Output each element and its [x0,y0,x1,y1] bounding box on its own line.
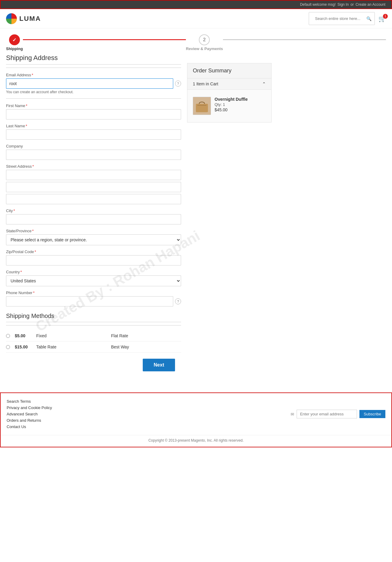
step-line-1 [23,39,186,40]
main-container: Shipping Address Email Address* ? You ca… [0,54,278,380]
phone-help-icon[interactable]: ? [175,298,181,304]
street-input-2[interactable] [6,182,181,192]
search-button[interactable]: 🔍 [366,16,371,21]
cart-button[interactable]: 🛒 1 [378,15,386,22]
order-summary-header: Order Summary [187,63,271,78]
state-group: State/Province* Please select a region, … [6,229,181,245]
footer-copyright: Copyright © 2013-present Magento, Inc. A… [1,435,391,447]
shipping-price-flat: $5.00 [15,333,31,338]
country-group: Country* United States [6,270,181,286]
phone-input[interactable] [6,296,173,306]
country-select[interactable]: United States [6,275,181,286]
footer-link-advanced-search[interactable]: Advanced Search [7,412,52,416]
shipping-address-title: Shipping Address [6,54,181,65]
top-bar: Default welcome msg! Sign In or Create a… [0,0,392,9]
email-input[interactable] [6,78,173,89]
email-help-icon[interactable]: ? [175,81,181,87]
checkout-steps: ✓ Shipping 2 Review & Payments [0,28,392,54]
shipping-carrier-flat: Flat Rate [111,333,181,338]
cart-count-text: 1 Item in Cart [193,81,218,86]
city-label: City* [6,208,181,213]
site-header: LUMA 🔍 🛒 1 [0,9,392,28]
shipping-price-table: $15.00 [15,345,31,349]
shipping-method-radio-flat[interactable] [6,334,10,338]
shipping-methods-title: Shipping Methods [6,313,181,322]
cart-item-image [193,97,211,115]
footer-link-privacy[interactable]: Privacy and Cookie Policy [7,405,52,410]
step-review-label: Review & Payments [186,46,223,51]
shipping-methods-divider [6,325,181,325]
step-shipping-circle: ✓ [9,34,20,45]
cart-item-row: Overnight Duffle Qty: 1 $45.00 [193,94,266,118]
street-input-3[interactable] [6,194,181,204]
footer-link-orders-returns[interactable]: Orders and Returns [7,418,52,423]
footer: Search Terms Privacy and Cookie Policy A… [0,392,392,447]
create-account-link[interactable]: Create an Account [355,2,385,7]
divider-after-email [6,98,181,99]
header-right: 🔍 🛒 1 [309,12,386,25]
order-summary: Order Summary 1 Item in Cart ⌃ [187,63,272,122]
next-button-container: Next [6,359,181,371]
cart-item-price: $45.00 [215,107,266,112]
cart-badge: 1 [383,14,388,19]
order-summary-title: Order Summary [193,68,231,74]
phone-label: Phone Number* [6,291,181,295]
footer-link-search-terms[interactable]: Search Terms [7,399,52,404]
cart-count-row[interactable]: 1 Item in Cart ⌃ [187,78,271,89]
first-name-group: First Name* [6,103,181,119]
footer-inner: Search Terms Privacy and Cookie Policy A… [1,393,391,432]
last-name-group: Last Name* [6,124,181,140]
country-label: Country* [6,270,181,274]
email-hint: You can create an account after checkout… [6,90,181,94]
city-input[interactable] [6,214,181,224]
step-review-circle: 2 [199,34,210,45]
shipping-method-table-rate: $15.00 Table Rate Best Way [6,341,181,353]
step-line-2 [223,39,386,40]
state-select[interactable]: Please select a region, state or provinc… [6,234,181,245]
shipping-method-flat-rate: $5.00 Fixed Flat Rate [6,330,181,341]
logo[interactable]: LUMA [6,13,41,24]
email-input-wrapper: ? [6,78,181,89]
step-shipping: ✓ Shipping [6,34,23,51]
bag-svg [194,98,209,113]
signin-link[interactable]: Sign In [337,2,349,7]
company-input[interactable] [6,150,181,160]
cart-item-qty: Qty: 1 [215,102,266,107]
step-review: 2 Review & Payments [186,34,223,51]
state-label: State/Province* [6,229,181,233]
cart-item-name: Overnight Duffle [215,97,266,102]
shipping-carrier-table: Best Way [111,345,181,349]
cart-expand-icon: ⌃ [262,81,266,86]
last-name-label: Last Name* [6,124,181,128]
search-box: 🔍 [309,12,375,25]
next-button[interactable]: Next [143,359,175,371]
form-section: Shipping Address Email Address* ? You ca… [6,54,181,371]
email-label: Email Address* [6,73,181,77]
newsletter-email-input[interactable] [297,410,357,418]
search-input[interactable] [312,14,366,23]
company-label: Company [6,144,181,148]
city-group: City* [6,208,181,224]
zip-input[interactable] [6,255,181,265]
email-group: Email Address* ? You can create an accou… [6,73,181,94]
last-name-input[interactable] [6,129,181,140]
newsletter-email-icon: ✉ [291,412,294,417]
first-name-input[interactable] [6,109,181,119]
footer-link-contact-us[interactable]: Contact Us [7,424,52,429]
company-group: Company [6,144,181,160]
street-input-1[interactable] [6,170,181,180]
logo-icon [6,13,17,24]
svg-rect-1 [197,105,206,106]
street-label: Street Address* [6,164,181,169]
cart-item-details: Overnight Duffle Qty: 1 $45.00 [215,97,266,112]
section-divider [6,68,181,68]
order-summary-items: Overnight Duffle Qty: 1 $45.00 [187,89,271,122]
subscribe-button[interactable]: Subscribe [359,410,385,418]
zip-group: Zip/Postal Code* [6,249,181,265]
street-group: Street Address* [6,164,181,204]
step-shipping-label: Shipping [6,46,23,51]
shipping-method-radio-table[interactable] [6,345,10,349]
welcome-message: Default welcome msg! [300,2,336,7]
footer-links: Search Terms Privacy and Cookie Policy A… [7,399,52,429]
sidebar-section: Order Summary 1 Item in Cart ⌃ [187,54,272,371]
